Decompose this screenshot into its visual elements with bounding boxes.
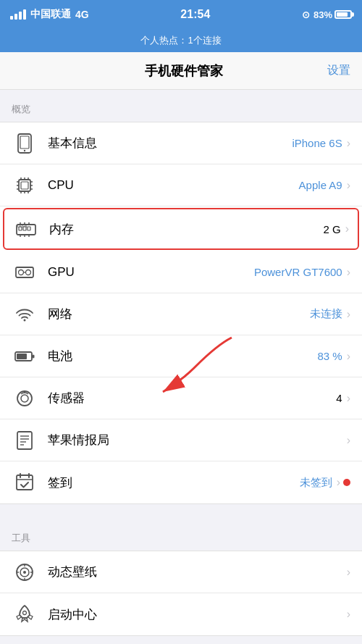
cpu-label: CPU xyxy=(48,178,299,193)
list-item-battery[interactable]: 电池 83 % › xyxy=(0,335,362,377)
doc-icon xyxy=(12,427,38,453)
tools-section: 工具 动态壁纸 › xyxy=(0,519,362,636)
checkin-value: 未签到 xyxy=(300,476,332,490)
svg-point-32 xyxy=(24,319,26,321)
list-item-wallpaper[interactable]: 动态壁纸 › xyxy=(0,551,362,593)
memory-label: 内存 xyxy=(49,221,323,238)
battery-list-icon xyxy=(12,343,38,369)
ram-icon: DDR4 xyxy=(13,216,39,242)
apple-intel-label: 苹果情报局 xyxy=(48,432,342,448)
svg-rect-1 xyxy=(20,136,29,149)
network-label: 网络 xyxy=(48,306,310,322)
gpu-icon xyxy=(12,259,38,285)
svg-point-37 xyxy=(21,395,28,402)
rocket-icon xyxy=(12,601,38,627)
network-label: 4G xyxy=(75,9,89,20)
checkin-chevron: › xyxy=(337,476,340,489)
apple-intel-chevron: › xyxy=(347,434,350,447)
svg-rect-44 xyxy=(17,475,33,490)
sensor-label: 传感器 xyxy=(48,390,336,406)
svg-point-2 xyxy=(24,149,25,151)
basic-info-label: 基本信息 xyxy=(48,135,292,151)
wifi-status-icon: ⊙ xyxy=(302,9,310,20)
sensor-icon xyxy=(12,385,38,411)
signal-bars xyxy=(10,9,26,20)
page-wrapper: 中国联通 4G 21:54 ⊙ 83% 个人热点：1个连接 手机硬件管家 设置 … xyxy=(0,0,362,644)
footer: 冬瓜安卓网 xyxy=(0,636,362,644)
svg-rect-34 xyxy=(17,354,27,359)
launch-center-chevron: › xyxy=(347,608,350,621)
list-item-apple-intel[interactable]: 苹果情报局 › xyxy=(0,419,362,461)
svg-rect-35 xyxy=(33,354,35,358)
battery-icon xyxy=(334,10,352,19)
settings-button[interactable]: 设置 xyxy=(327,63,350,78)
gpu-chevron: › xyxy=(347,266,350,279)
svg-rect-20 xyxy=(28,227,30,230)
hotspot-bar: 个人热点：1个连接 xyxy=(0,29,362,52)
battery-container: 83% xyxy=(313,9,352,20)
tools-list: 动态壁纸 › 启动中心 › xyxy=(0,551,362,636)
svg-point-56 xyxy=(23,611,27,615)
basic-info-chevron: › xyxy=(347,137,350,150)
list-item-network[interactable]: 网络 未连接 › xyxy=(0,293,362,335)
gpu-label: GPU xyxy=(48,265,254,280)
cpu-icon xyxy=(12,172,38,198)
cpu-value: Apple A9 xyxy=(299,179,342,191)
wifi-icon xyxy=(12,301,38,327)
list-item-launch-center[interactable]: 启动中心 › xyxy=(0,593,362,635)
sensor-value: 4 xyxy=(336,392,342,404)
carrier-label: 中国联通 xyxy=(30,8,71,21)
hotspot-label: 个人热点：1个连接 xyxy=(140,34,221,47)
overview-list: 基本信息 iPhone 6S › xyxy=(0,122,362,504)
status-left: 中国联通 4G xyxy=(10,8,89,21)
memory-value: 2 G xyxy=(323,223,340,235)
list-item-memory[interactable]: DDR4 内存 2 G › xyxy=(3,208,359,250)
wallpaper-chevron: › xyxy=(347,566,350,579)
list-item-cpu[interactable]: CPU Apple A9 › xyxy=(0,164,362,206)
phone-icon xyxy=(12,130,38,156)
status-bar: 中国联通 4G 21:54 ⊙ 83% xyxy=(0,0,362,29)
battery-value: 83 % xyxy=(317,350,342,362)
basic-info-value: iPhone 6S xyxy=(292,137,342,149)
nav-bar: 手机硬件管家 设置 xyxy=(0,52,362,90)
overview-section-header: 概览 xyxy=(0,90,362,122)
tools-section-header: 工具 xyxy=(0,519,362,551)
checkin-label: 签到 xyxy=(48,474,300,491)
battery-percent-label: 83% xyxy=(313,9,332,20)
checkin-icon xyxy=(12,469,38,495)
battery-label: 电池 xyxy=(48,348,317,364)
svg-text:DDR4: DDR4 xyxy=(17,224,28,228)
list-item-basic-info[interactable]: 基本信息 iPhone 6S › xyxy=(0,122,362,164)
nav-title: 手机硬件管家 xyxy=(145,62,223,80)
gpu-value: PowerVR GT7600 xyxy=(254,266,342,278)
signal-bar-4 xyxy=(23,9,26,20)
status-time: 21:54 xyxy=(180,8,210,21)
battery-chevron: › xyxy=(347,350,350,363)
status-right: ⊙ 83% xyxy=(302,9,352,20)
svg-rect-39 xyxy=(17,432,32,449)
sensor-chevron: › xyxy=(347,392,350,405)
svg-rect-4 xyxy=(21,182,28,189)
svg-point-29 xyxy=(19,269,24,275)
network-chevron: › xyxy=(347,308,350,321)
list-item-gpu[interactable]: GPU PowerVR GT7600 › xyxy=(0,251,362,293)
network-value: 未连接 xyxy=(310,307,342,321)
list-item-checkin[interactable]: 签到 未签到 › xyxy=(0,461,362,503)
launch-center-label: 启动中心 xyxy=(48,606,342,623)
memory-chevron: › xyxy=(345,222,349,235)
cpu-chevron: › xyxy=(347,179,350,192)
list-item-sensor[interactable]: 传感器 4 › xyxy=(0,377,362,419)
battery-fill xyxy=(337,12,348,17)
signal-bar-1 xyxy=(10,16,13,20)
wallpaper-label: 动态壁纸 xyxy=(48,564,342,580)
signal-bar-3 xyxy=(19,12,22,20)
wallpaper-icon xyxy=(12,559,38,585)
checkin-red-dot xyxy=(343,479,350,486)
signal-bar-2 xyxy=(14,14,17,20)
svg-point-30 xyxy=(26,269,31,275)
svg-point-51 xyxy=(23,571,26,574)
